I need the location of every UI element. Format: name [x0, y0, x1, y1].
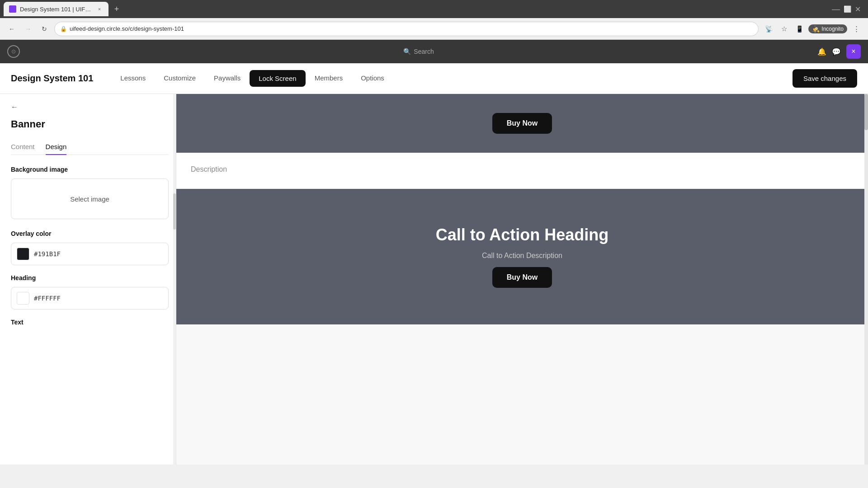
preview-scroll[interactable]: Buy Now Description Call to Action Headi…: [176, 94, 868, 465]
nav-item-customize[interactable]: Customize: [155, 63, 205, 94]
cast-icon: 📡: [765, 25, 773, 33]
heading-color-input[interactable]: #FFFFFF: [11, 287, 169, 310]
forward-icon: →: [25, 25, 31, 33]
overlay-color-section: Overlay color #191B1F: [11, 230, 169, 265]
sidebar-scrollbar-thumb: [173, 193, 176, 230]
image-select-box[interactable]: Select image: [11, 178, 169, 219]
save-changes-button[interactable]: Save changes: [793, 69, 857, 88]
device-icon: 📱: [796, 25, 803, 33]
sub-tab-design[interactable]: Design: [46, 139, 67, 155]
star-icon: ☆: [781, 25, 787, 33]
lock-icon: 🔒: [60, 26, 67, 32]
address-bar[interactable]: 🔒 uifeed-design.circle.so/c/design-syste…: [54, 22, 759, 36]
buy-now-button[interactable]: Buy Now: [492, 113, 552, 134]
text-section: Text: [11, 319, 169, 326]
close-window-icon[interactable]: ✕: [855, 5, 861, 14]
overlay-color-input[interactable]: #191B1F: [11, 243, 169, 265]
sub-tabs: Content Design: [11, 139, 169, 155]
device-btn[interactable]: 📱: [793, 23, 806, 35]
close-x-icon: ×: [851, 47, 855, 56]
refresh-icon: ↻: [42, 25, 47, 33]
close-overlay-btn[interactable]: ×: [846, 44, 861, 59]
forward-btn[interactable]: →: [22, 23, 34, 35]
heading-label: Heading: [11, 274, 169, 282]
sidebar-scrollbar: [173, 94, 176, 465]
left-sidebar: ← Banner Content Design: [0, 94, 176, 465]
preview-description: Description: [176, 153, 868, 189]
back-button[interactable]: ←: [11, 103, 169, 111]
browser-tab[interactable]: Design System 101 | UIFeed Des... ×: [4, 2, 108, 16]
refresh-btn[interactable]: ↻: [38, 23, 51, 35]
heading-color-value: #FFFFFF: [34, 295, 61, 302]
cta-description: Call to Action Description: [482, 252, 562, 260]
minimize-icon: —: [832, 5, 840, 14]
nav-item-lessons[interactable]: Lessons: [111, 63, 155, 94]
tab-close-btn[interactable]: ×: [96, 5, 103, 13]
nav-item-options[interactable]: Options: [352, 63, 393, 94]
restore-icon: ⬜: [844, 5, 851, 13]
heading-section: Heading #FFFFFF: [11, 274, 169, 310]
cta-heading: Call to Action Heading: [436, 225, 609, 244]
cta-buy-now-button[interactable]: Buy Now: [492, 267, 552, 288]
back-btn[interactable]: ←: [5, 23, 18, 35]
new-tab-btn[interactable]: +: [110, 3, 123, 15]
overlay-color-swatch: [17, 248, 29, 260]
tab-favicon: [9, 5, 16, 13]
back-icon: ←: [9, 25, 15, 33]
incognito-badge: 🕵 Incognito: [808, 24, 847, 33]
preview-scrollbar-thumb: [864, 94, 868, 130]
app-title: Design System 101: [11, 73, 93, 84]
cast-btn[interactable]: 📡: [762, 23, 775, 35]
app-header: Design System 101 Lessons Customize Payw…: [0, 63, 868, 94]
app-nav: Lessons Customize Paywalls Lock Screen M…: [111, 63, 793, 94]
overlay-color-value: #191B1F: [34, 250, 61, 258]
nav-item-paywalls[interactable]: Paywalls: [205, 63, 250, 94]
sub-tab-content[interactable]: Content: [11, 139, 35, 155]
preview-cta: Call to Action Heading Call to Action De…: [176, 189, 868, 324]
star-btn[interactable]: ☆: [778, 23, 790, 35]
menu-btn[interactable]: ⋮: [850, 23, 863, 35]
description-text: Description: [191, 165, 227, 173]
select-image-text: Select image: [70, 195, 109, 203]
nav-item-members[interactable]: Members: [306, 63, 352, 94]
nav-item-lock-screen[interactable]: Lock Screen: [250, 70, 305, 87]
incognito-label: Incognito: [821, 26, 844, 32]
search-icon: 🔍: [403, 48, 411, 55]
notification-icon[interactable]: 🔔: [817, 47, 826, 56]
search-bar[interactable]: 🔍 Search: [20, 48, 817, 55]
chat-icon[interactable]: 💬: [832, 47, 841, 56]
overlay-color-label: Overlay color: [11, 230, 169, 237]
preview-area: Buy Now Description Call to Action Headi…: [176, 94, 868, 465]
address-text: uifeed-design.circle.so/c/design-system-…: [70, 25, 184, 32]
app-logo: ⊙: [7, 45, 20, 58]
sidebar-section-title: Banner: [11, 118, 169, 130]
text-label: Text: [11, 319, 169, 326]
menu-icon: ⋮: [853, 25, 860, 33]
preview-banner: Buy Now: [176, 94, 868, 153]
heading-color-swatch: [17, 292, 29, 305]
background-image-label: Background image: [11, 166, 169, 173]
back-arrow-icon: ←: [11, 103, 18, 111]
preview-scrollbar: [864, 94, 868, 465]
search-label: Search: [414, 48, 434, 55]
top-overlay-bar: ⊙ 🔍 Search 🔔 💬 ×: [0, 40, 868, 63]
incognito-icon: 🕵: [812, 25, 820, 33]
tab-title: Design System 101 | UIFeed Des...: [20, 6, 92, 13]
